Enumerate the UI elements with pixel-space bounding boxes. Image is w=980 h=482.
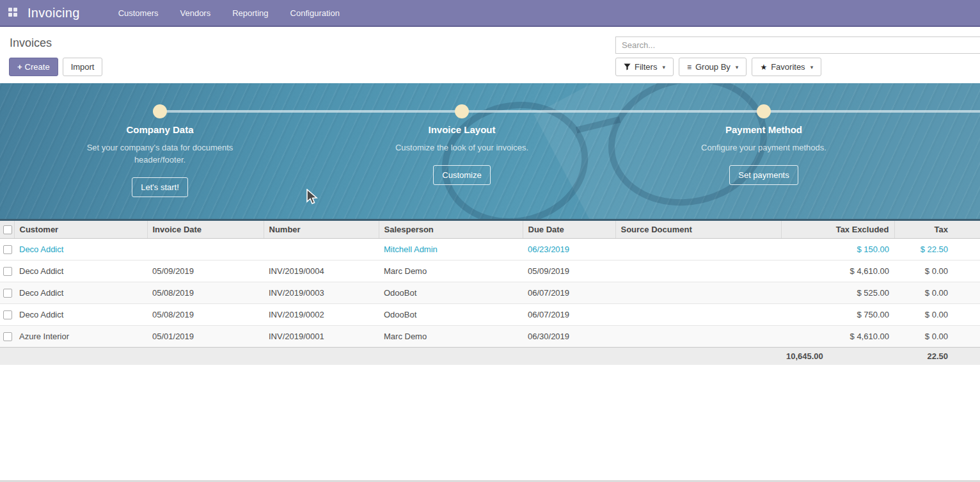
- cell-invoice-date[interactable]: 05/08/2019: [147, 303, 264, 325]
- row-checkbox[interactable]: [3, 245, 12, 254]
- search-input[interactable]: [615, 36, 980, 54]
- favorites-button[interactable]: ★ Favorites ▾: [752, 58, 821, 76]
- column-header-source-document[interactable]: Source Document: [615, 221, 781, 238]
- row-checkbox[interactable]: [3, 267, 12, 276]
- column-header-customer[interactable]: Customer: [14, 221, 147, 238]
- nav-item-customers[interactable]: Customers: [117, 6, 160, 20]
- row-checkbox[interactable]: [3, 332, 12, 341]
- control-panel: Invoices +Create Import Filters ▾ ≡ Grou…: [0, 28, 980, 83]
- cell-tax[interactable]: $ 0.00: [894, 260, 980, 282]
- step-title: Payment Method: [668, 124, 860, 135]
- row-checkbox[interactable]: [3, 310, 12, 319]
- column-header-tax-excluded[interactable]: Tax Excluded: [781, 221, 894, 238]
- cell-customer[interactable]: Azure Interior: [14, 325, 147, 347]
- table-row[interactable]: Deco Addict 05/08/2019 INV/2019/0003 Odo…: [0, 282, 980, 303]
- cell-salesperson[interactable]: Marc Demo: [379, 325, 523, 347]
- cell-salesperson[interactable]: Marc Demo: [379, 260, 523, 282]
- cell-tax[interactable]: $ 0.00: [894, 303, 980, 325]
- column-header-number[interactable]: Number: [264, 221, 379, 238]
- page-title: Invoices: [10, 36, 52, 50]
- cell-salesperson[interactable]: OdooBot: [379, 282, 523, 303]
- cell-number[interactable]: [264, 238, 379, 260]
- filter-icon: [624, 63, 631, 70]
- cell-invoice-date[interactable]: 05/08/2019: [147, 282, 264, 303]
- column-header-tax[interactable]: Tax: [894, 221, 980, 238]
- invoice-list: Customer Invoice Date Number Salesperson…: [0, 221, 980, 365]
- cell-customer[interactable]: Deco Addict: [14, 260, 147, 282]
- cell-tax-excluded[interactable]: $ 4,610.00: [781, 260, 894, 282]
- column-header-salesperson[interactable]: Salesperson: [379, 221, 523, 238]
- lets-start-button[interactable]: Let's start!: [132, 177, 188, 197]
- top-navbar: Invoicing Customers Vendors Reporting Co…: [0, 0, 980, 27]
- cell-invoice-date[interactable]: [147, 238, 264, 260]
- cell-source-document[interactable]: [615, 303, 781, 325]
- column-header-due-date[interactable]: Due Date: [523, 221, 615, 238]
- customize-button[interactable]: Customize: [433, 165, 490, 185]
- table-row[interactable]: Deco Addict Mitchell Admin 06/23/2019 $ …: [0, 238, 980, 260]
- onboarding-banner: Company Data Set your company's data for…: [0, 83, 980, 221]
- group-by-icon: ≡: [687, 63, 692, 71]
- onboarding-progress-line: [160, 110, 980, 113]
- cell-tax-excluded[interactable]: $ 4,610.00: [781, 325, 894, 347]
- cell-number[interactable]: INV/2019/0004: [264, 260, 379, 282]
- create-button[interactable]: +Create: [9, 58, 58, 76]
- nav-item-configuration[interactable]: Configuration: [289, 6, 341, 20]
- cell-source-document[interactable]: [615, 238, 781, 260]
- cell-customer[interactable]: Deco Addict: [14, 282, 147, 303]
- cell-number[interactable]: INV/2019/0001: [264, 325, 379, 347]
- step-description: Customize the look of your invoices.: [381, 141, 542, 154]
- cell-invoice-date[interactable]: 05/09/2019: [147, 260, 264, 282]
- import-button[interactable]: Import: [63, 58, 103, 76]
- cell-source-document[interactable]: [615, 325, 781, 347]
- column-header-invoice-date[interactable]: Invoice Date: [147, 221, 264, 238]
- cell-number[interactable]: INV/2019/0002: [264, 303, 379, 325]
- step-dot-payment-method: [757, 104, 771, 118]
- onboarding-step-payment-method: Payment Method Configure your payment me…: [668, 124, 860, 185]
- total-tax: 22.50: [894, 347, 980, 365]
- chevron-down-icon: ▾: [810, 64, 814, 70]
- step-description: Configure your payment methods.: [683, 141, 844, 154]
- nav-item-vendors[interactable]: Vendors: [179, 6, 212, 20]
- cell-salesperson[interactable]: OdooBot: [379, 303, 523, 325]
- step-dot-invoice-layout: [455, 104, 469, 118]
- cell-tax-excluded[interactable]: $ 525.00: [781, 282, 894, 303]
- cell-due-date[interactable]: 05/09/2019: [523, 260, 615, 282]
- cell-due-date[interactable]: 06/30/2019: [523, 325, 615, 347]
- app-title[interactable]: Invoicing: [28, 6, 80, 20]
- set-payments-button[interactable]: Set payments: [729, 165, 798, 185]
- plus-icon: +: [17, 62, 22, 72]
- cell-customer[interactable]: Deco Addict: [14, 238, 147, 260]
- nav-item-reporting[interactable]: Reporting: [231, 6, 269, 20]
- table-row[interactable]: Azure Interior 05/01/2019 INV/2019/0001 …: [0, 325, 980, 347]
- cell-tax[interactable]: $ 22.50: [894, 238, 980, 260]
- table-totals-row: 10,645.00 22.50: [0, 347, 980, 365]
- cell-tax-excluded[interactable]: $ 150.00: [781, 238, 894, 260]
- total-tax-excluded: 10,645.00: [781, 347, 894, 365]
- step-dot-company-data: [153, 104, 167, 118]
- row-checkbox[interactable]: [3, 289, 12, 298]
- filters-button[interactable]: Filters ▾: [615, 58, 674, 76]
- cell-customer[interactable]: Deco Addict: [14, 303, 147, 325]
- onboarding-step-company-data: Company Data Set your company's data for…: [64, 124, 256, 197]
- select-all-checkbox[interactable]: [3, 225, 12, 234]
- table-row[interactable]: Deco Addict 05/08/2019 INV/2019/0002 Odo…: [0, 303, 980, 325]
- group-by-button[interactable]: ≡ Group By ▾: [679, 58, 747, 76]
- cell-due-date[interactable]: 06/07/2019: [523, 282, 615, 303]
- onboarding-step-invoice-layout: Invoice Layout Customize the look of you…: [366, 124, 558, 185]
- cell-number[interactable]: INV/2019/0003: [264, 282, 379, 303]
- cell-tax[interactable]: $ 0.00: [894, 325, 980, 347]
- cell-tax-excluded[interactable]: $ 750.00: [781, 303, 894, 325]
- step-description: Set your company's data for documents he…: [79, 141, 241, 166]
- table-row[interactable]: Deco Addict 05/09/2019 INV/2019/0004 Mar…: [0, 260, 980, 282]
- cell-tax[interactable]: $ 0.00: [894, 282, 980, 303]
- chevron-down-icon: ▾: [662, 64, 665, 70]
- cell-due-date[interactable]: 06/07/2019: [523, 303, 615, 325]
- cell-invoice-date[interactable]: 05/01/2019: [147, 325, 264, 347]
- cell-due-date[interactable]: 06/23/2019: [523, 238, 615, 260]
- cell-source-document[interactable]: [615, 282, 781, 303]
- nav-menu: Customers Vendors Reporting Configuratio…: [117, 6, 341, 20]
- step-title: Company Data: [64, 124, 256, 135]
- cell-source-document[interactable]: [615, 260, 781, 282]
- apps-menu-icon[interactable]: [8, 8, 19, 18]
- cell-salesperson[interactable]: Mitchell Admin: [379, 238, 523, 260]
